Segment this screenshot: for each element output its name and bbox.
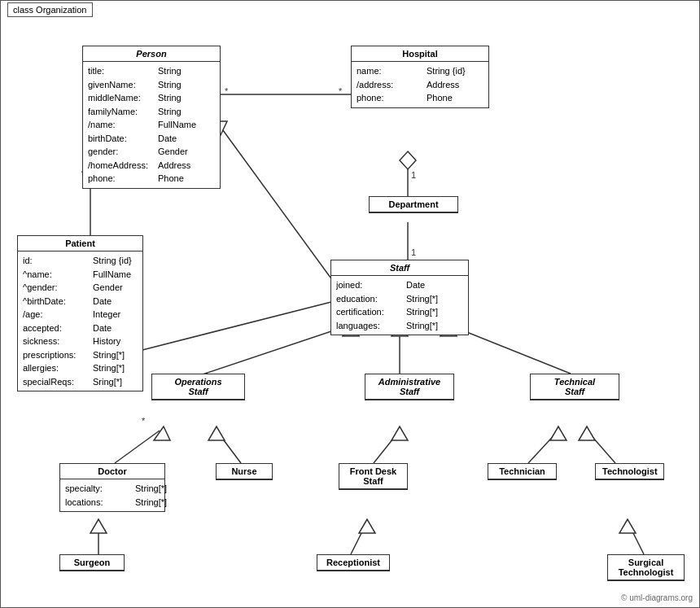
class-person-body: title:String givenName:String middleName… — [83, 62, 220, 188]
diagram-title: class Organization — [7, 2, 93, 17]
class-patient-header: Patient — [18, 236, 142, 252]
svg-marker-19 — [392, 426, 408, 440]
class-front-desk-staff-header: Front DeskStaff — [339, 464, 407, 489]
class-operations-staff: OperationsStaff — [151, 374, 245, 400]
class-doctor-body: specialty:String[*] locations:String[*] — [60, 479, 164, 511]
class-front-desk-staff: Front DeskStaff — [339, 463, 408, 490]
svg-line-28 — [628, 522, 644, 554]
class-doctor: Doctor specialty:String[*] locations:Str… — [59, 463, 165, 512]
class-patient-body: id:String {id} ^name:FullName ^gender:Ge… — [18, 252, 142, 391]
copyright: © uml-diagrams.org — [621, 593, 693, 602]
svg-line-30 — [139, 302, 331, 351]
class-hospital-body: name:String {id} /address:Address phone:… — [352, 62, 488, 107]
mult-hospital-dept-1: 1 — [411, 170, 416, 180]
class-staff: Staff joined:Date education:String[*] ce… — [330, 260, 469, 335]
class-administrative-staff-header: AdministrativeStaff — [365, 374, 453, 400]
class-surgeon: Surgeon — [59, 554, 125, 571]
svg-line-18 — [374, 431, 400, 463]
class-technologist: Technologist — [595, 463, 664, 480]
class-technician-header: Technician — [488, 464, 556, 479]
class-person: Person title:String givenName:String mid… — [82, 46, 221, 189]
class-surgical-technologist-header: SurgicalTechnologist — [608, 555, 684, 580]
svg-marker-29 — [619, 519, 636, 533]
class-receptionist: Receptionist — [317, 554, 390, 571]
class-nurse-header: Nurse — [217, 464, 272, 479]
svg-marker-21 — [550, 426, 567, 440]
svg-marker-27 — [359, 519, 375, 533]
mult-person-hospital-right: * — [339, 86, 342, 96]
class-receptionist-header: Receptionist — [317, 555, 389, 571]
svg-line-6 — [221, 127, 330, 278]
svg-marker-2 — [400, 151, 416, 169]
svg-line-20 — [528, 431, 558, 463]
class-technical-staff: TechnicalStaff — [530, 374, 619, 400]
class-surgeon-header: Surgeon — [60, 555, 124, 571]
class-staff-header: Staff — [331, 260, 468, 276]
class-surgical-technologist: SurgicalTechnologist — [607, 554, 685, 581]
class-operations-staff-header: OperationsStaff — [152, 374, 244, 400]
svg-line-26 — [351, 522, 367, 554]
svg-line-16 — [217, 431, 241, 463]
svg-marker-23 — [579, 426, 595, 440]
class-technical-staff-header: TechnicalStaff — [531, 374, 619, 400]
class-doctor-header: Doctor — [60, 464, 164, 479]
mult-dept-staff-1: 1 — [411, 247, 416, 257]
mult-ops-star: * — [142, 416, 145, 426]
class-patient: Patient id:String {id} ^name:FullName ^g… — [17, 235, 143, 391]
class-technologist-header: Technologist — [596, 464, 663, 479]
mult-person-hospital-left: * — [225, 86, 228, 96]
class-hospital: Hospital name:String {id} /address:Addre… — [351, 46, 489, 108]
svg-line-14 — [115, 431, 160, 463]
class-hospital-header: Hospital — [352, 46, 488, 62]
class-staff-body: joined:Date education:String[*] certific… — [331, 276, 468, 335]
class-department-header: Department — [370, 197, 457, 212]
class-person-header: Person — [83, 46, 220, 62]
svg-marker-25 — [90, 519, 107, 533]
class-technician: Technician — [488, 463, 557, 480]
svg-marker-15 — [154, 426, 170, 440]
svg-marker-17 — [208, 426, 225, 440]
class-nurse: Nurse — [216, 463, 273, 480]
svg-line-8 — [200, 325, 351, 375]
diagram: class Organization — [0, 0, 700, 608]
svg-line-22 — [587, 431, 615, 463]
class-administrative-staff: AdministrativeStaff — [365, 374, 454, 400]
class-department: Department — [369, 196, 458, 213]
